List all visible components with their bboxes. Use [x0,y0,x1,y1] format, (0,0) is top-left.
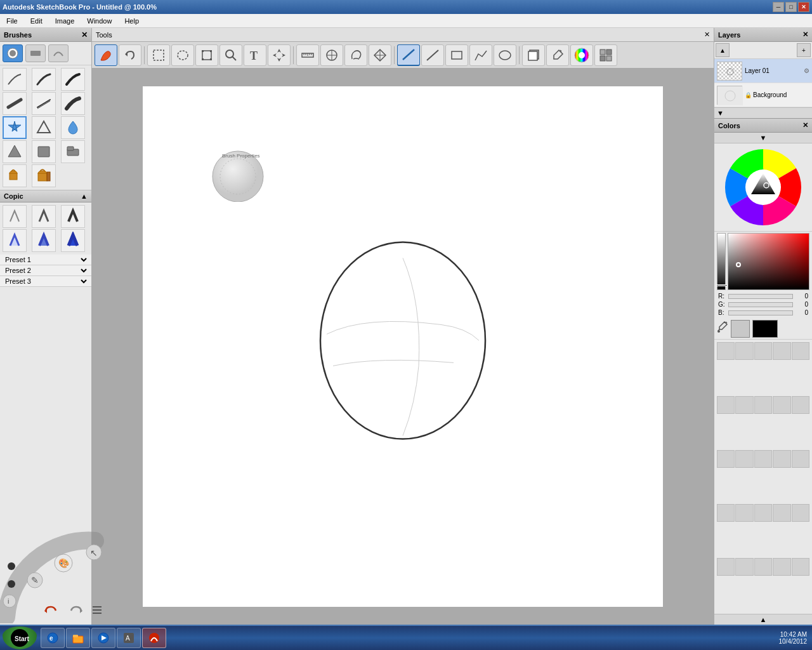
brush-drop[interactable] [61,116,85,139]
brush-bucket-1[interactable] [3,164,27,187]
brush-square-2[interactable] [61,140,85,163]
palette-cell-9[interactable] [792,396,809,414]
preset-1-row[interactable]: Preset 1 [0,255,91,265]
palette-cell-4[interactable] [792,342,809,360]
lasso-tool[interactable] [171,44,194,66]
undo-tool[interactable] [119,44,141,66]
layer-background[interactable]: 🔒 Background [714,83,812,107]
brush-selected[interactable] [3,116,27,139]
palette-cell-19[interactable] [792,504,809,522]
transform-tool[interactable] [195,44,218,66]
copic-brush-4[interactable] [3,229,27,252]
start-button[interactable]: Start [3,627,37,649]
palette-cell-6[interactable] [735,396,753,414]
symmetry-tool[interactable] [320,44,343,66]
eyedropper-tool[interactable] [546,44,569,66]
palette-cell-18[interactable] [773,504,790,522]
preset-2-select[interactable]: Preset 2 [3,266,89,275]
copic-collapse[interactable]: ▲ [81,192,88,200]
preset-3-select[interactable]: Preset 3 [3,277,89,286]
palette-cell-12[interactable] [754,450,772,468]
layer-copy-tool[interactable] [522,44,545,66]
current-color[interactable] [752,320,778,338]
palette-cell-24[interactable] [792,558,809,576]
palette-cell-15[interactable] [717,504,735,522]
taskbar-ie[interactable]: e [41,628,65,648]
palette-cell-3[interactable] [773,342,790,360]
preset-1-select[interactable]: Preset 1 [3,255,89,264]
maximize-button[interactable]: □ [785,2,797,12]
copic-brush-5[interactable] [32,229,56,252]
b-slider[interactable] [728,310,793,315]
copic-brush-1[interactable] [3,205,27,228]
brush-triangle-2[interactable] [32,116,56,139]
taskbar-sketchbook[interactable] [142,628,166,648]
g-slider[interactable] [728,302,793,307]
brush-type-square[interactable] [25,44,46,62]
layer-1-settings[interactable]: ⚙ [804,67,809,74]
menu-image[interactable]: Image [51,16,79,26]
palette-cell-11[interactable] [735,450,753,468]
preset-2-row[interactable]: Preset 2 [0,265,91,276]
r-slider[interactable] [728,294,793,299]
menu-icon[interactable] [91,603,103,617]
redo-arrow[interactable] [66,603,84,617]
colors-expand[interactable]: ▼ [714,133,812,143]
undo-arrow[interactable] [43,603,61,617]
brush-bucket-2[interactable] [32,164,56,187]
palette-cell-2[interactable] [754,342,772,360]
palette-cell-1[interactable] [735,342,753,360]
brush-type-round[interactable] [3,44,23,62]
radial-menu[interactable]: i ✎ 🎨 ↖ [0,528,121,623]
brush-type-custom[interactable] [48,44,69,62]
zoom-tool[interactable] [219,44,242,66]
palette-cell-7[interactable] [754,396,772,414]
brush-pencil-3[interactable] [61,68,85,91]
layers-scroll-down[interactable]: ▼ [717,109,724,117]
palette-cell-13[interactable] [773,450,790,468]
tools-close[interactable]: ✕ [704,30,710,39]
layer-item-1[interactable]: Layer 01 ⚙ [714,59,812,83]
color-wheel-container[interactable] [714,143,812,231]
grid-tool[interactable] [594,44,617,66]
brush-square-1[interactable] [32,140,56,163]
saturation-area[interactable] [728,233,809,290]
close-button[interactable]: ✕ [798,2,809,12]
straight-line-tool[interactable] [421,44,444,66]
preset-3-row[interactable]: Preset 3 [0,276,91,287]
color-wheel-svg[interactable] [722,146,804,229]
brush-pencil-1[interactable] [3,68,27,91]
rectangle-tool[interactable] [445,44,468,66]
layers-close[interactable]: ✕ [802,30,808,39]
move-tool[interactable] [268,44,291,66]
palette-cell-5[interactable] [717,396,735,414]
ruler-tool[interactable] [296,44,319,66]
taskbar-app1[interactable]: A [117,628,141,648]
ellipse-tool[interactable] [494,44,516,66]
palette-cell-0[interactable] [717,342,735,360]
puck-tool[interactable] [344,44,367,66]
brush-marker-1[interactable] [3,92,27,115]
taskbar-media[interactable] [91,628,115,648]
copic-brush-6[interactable] [61,229,85,252]
rect-select-tool[interactable] [147,44,170,66]
polyline-tool[interactable] [469,44,492,66]
menu-help[interactable]: Help [121,16,143,26]
brush-properties-dial[interactable]: Brush Properties [209,145,266,202]
colors-collapse[interactable]: ▲ [714,614,812,625]
palette-cell-8[interactable] [773,396,790,414]
palette-cell-20[interactable] [717,558,735,576]
palette-cell-14[interactable] [792,450,809,468]
brush-marker-2[interactable] [32,92,56,115]
brush-tool[interactable] [95,44,117,66]
layers-scroll-up[interactable]: ▲ [716,43,730,57]
palette-cell-22[interactable] [754,558,772,576]
kaleidoscope-tool[interactable] [369,44,391,66]
color-wheel-tool[interactable] [570,44,593,66]
palette-cell-23[interactable] [773,558,790,576]
copic-brush-2[interactable] [32,205,56,228]
colors-close[interactable]: ✕ [802,121,808,129]
lightness-slider[interactable] [717,233,726,290]
brush-pencil-2[interactable] [32,68,56,91]
line-tool-active[interactable] [397,44,420,66]
